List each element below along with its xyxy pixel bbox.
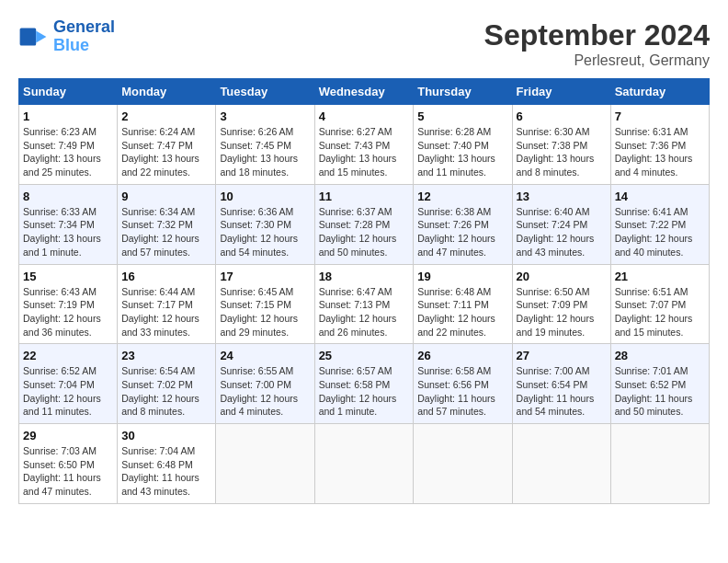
day-detail: Sunrise: 6:26 AMSunset: 7:45 PMDaylight:… xyxy=(220,125,310,179)
weekday-header-cell: Saturday xyxy=(610,79,709,105)
day-number: 2 xyxy=(121,109,211,123)
day-detail: Sunrise: 6:30 AMSunset: 7:38 PMDaylight:… xyxy=(517,125,607,179)
day-number: 30 xyxy=(121,429,211,442)
weekday-header-cell: Monday xyxy=(118,79,216,105)
day-number: 8 xyxy=(23,190,113,203)
calendar-week-row: 22 Sunrise: 6:52 AMSunset: 7:04 PMDaylig… xyxy=(19,344,710,424)
logo: General Blue xyxy=(18,18,115,55)
day-detail: Sunrise: 6:38 AMSunset: 7:26 PMDaylight:… xyxy=(417,205,507,259)
day-number: 15 xyxy=(23,270,113,283)
day-number: 29 xyxy=(23,429,113,442)
day-number: 10 xyxy=(220,190,310,203)
day-number: 23 xyxy=(121,349,211,362)
weekday-header-cell: Thursday xyxy=(414,79,512,105)
calendar-day-cell: 29 Sunrise: 7:03 AMSunset: 6:50 PMDaylig… xyxy=(19,424,118,504)
month-title: September 2024 xyxy=(484,18,710,52)
logo-line2: Blue xyxy=(53,36,89,54)
weekday-header-cell: Sunday xyxy=(19,79,118,105)
day-detail: Sunrise: 6:37 AMSunset: 7:28 PMDaylight:… xyxy=(319,205,410,259)
calendar-day-cell: 18 Sunrise: 6:47 AMSunset: 7:13 PMDaylig… xyxy=(314,264,414,344)
day-number: 24 xyxy=(220,349,310,362)
calendar-day-cell: 6 Sunrise: 6:30 AMSunset: 7:38 PMDayligh… xyxy=(512,105,610,185)
day-number: 7 xyxy=(615,109,705,123)
calendar-day-cell: 24 Sunrise: 6:55 AMSunset: 7:00 PMDaylig… xyxy=(216,344,314,424)
calendar-day-cell: 4 Sunrise: 6:27 AMSunset: 7:43 PMDayligh… xyxy=(314,105,414,185)
day-number: 28 xyxy=(615,349,705,362)
calendar-day-cell: 21 Sunrise: 6:51 AMSunset: 7:07 PMDaylig… xyxy=(610,264,709,344)
calendar-day-cell: 3 Sunrise: 6:26 AMSunset: 7:45 PMDayligh… xyxy=(216,105,314,185)
day-detail: Sunrise: 6:24 AMSunset: 7:47 PMDaylight:… xyxy=(121,125,211,179)
calendar-day-cell: 9 Sunrise: 6:34 AMSunset: 7:32 PMDayligh… xyxy=(118,184,216,264)
logo-icon xyxy=(18,22,48,52)
calendar-day-cell: 20 Sunrise: 6:50 AMSunset: 7:09 PMDaylig… xyxy=(512,264,610,344)
day-number: 1 xyxy=(23,109,113,123)
day-detail: Sunrise: 6:55 AMSunset: 7:00 PMDaylight:… xyxy=(220,364,310,419)
calendar-day-cell: 5 Sunrise: 6:28 AMSunset: 7:40 PMDayligh… xyxy=(414,105,512,185)
day-detail: Sunrise: 6:40 AMSunset: 7:24 PMDaylight:… xyxy=(517,205,607,259)
calendar-week-row: 29 Sunrise: 7:03 AMSunset: 6:50 PMDaylig… xyxy=(19,424,710,504)
svg-rect-0 xyxy=(20,28,37,45)
day-number: 14 xyxy=(615,190,705,203)
calendar-body: 1 Sunrise: 6:23 AMSunset: 7:49 PMDayligh… xyxy=(19,105,710,504)
calendar-day-cell xyxy=(512,424,610,504)
weekday-header-cell: Wednesday xyxy=(314,79,414,105)
day-detail: Sunrise: 6:27 AMSunset: 7:43 PMDaylight:… xyxy=(319,125,410,179)
day-detail: Sunrise: 6:50 AMSunset: 7:09 PMDaylight:… xyxy=(517,285,607,339)
calendar-week-row: 8 Sunrise: 6:33 AMSunset: 7:34 PMDayligh… xyxy=(19,184,710,264)
day-number: 9 xyxy=(121,190,211,203)
calendar-week-row: 15 Sunrise: 6:43 AMSunset: 7:19 PMDaylig… xyxy=(19,264,710,344)
calendar-day-cell: 17 Sunrise: 6:45 AMSunset: 7:15 PMDaylig… xyxy=(216,264,314,344)
svg-marker-1 xyxy=(36,30,46,42)
page-header: General Blue September 2024 Perlesreut, … xyxy=(18,18,710,69)
day-detail: Sunrise: 6:31 AMSunset: 7:36 PMDaylight:… xyxy=(615,125,705,179)
day-number: 25 xyxy=(319,349,410,362)
day-detail: Sunrise: 6:34 AMSunset: 7:32 PMDaylight:… xyxy=(121,205,211,259)
day-number: 18 xyxy=(319,270,410,283)
calendar-day-cell: 13 Sunrise: 6:40 AMSunset: 7:24 PMDaylig… xyxy=(512,184,610,264)
day-detail: Sunrise: 7:01 AMSunset: 6:52 PMDaylight:… xyxy=(615,364,705,419)
day-number: 16 xyxy=(121,270,211,283)
day-number: 3 xyxy=(220,109,310,123)
day-number: 27 xyxy=(517,349,607,362)
day-number: 20 xyxy=(517,270,607,283)
day-detail: Sunrise: 6:36 AMSunset: 7:30 PMDaylight:… xyxy=(220,205,310,259)
calendar-day-cell: 8 Sunrise: 6:33 AMSunset: 7:34 PMDayligh… xyxy=(19,184,118,264)
day-detail: Sunrise: 6:52 AMSunset: 7:04 PMDaylight:… xyxy=(23,364,113,419)
calendar-week-row: 1 Sunrise: 6:23 AMSunset: 7:49 PMDayligh… xyxy=(19,105,710,185)
day-number: 11 xyxy=(319,190,410,203)
calendar-day-cell: 16 Sunrise: 6:44 AMSunset: 7:17 PMDaylig… xyxy=(118,264,216,344)
calendar-day-cell xyxy=(610,424,709,504)
day-number: 21 xyxy=(615,270,705,283)
calendar-day-cell: 14 Sunrise: 6:41 AMSunset: 7:22 PMDaylig… xyxy=(610,184,709,264)
day-detail: Sunrise: 6:51 AMSunset: 7:07 PMDaylight:… xyxy=(615,285,705,339)
day-number: 13 xyxy=(517,190,607,203)
day-detail: Sunrise: 7:03 AMSunset: 6:50 PMDaylight:… xyxy=(23,444,113,499)
day-detail: Sunrise: 6:43 AMSunset: 7:19 PMDaylight:… xyxy=(23,285,113,339)
day-number: 4 xyxy=(319,109,410,123)
day-detail: Sunrise: 6:28 AMSunset: 7:40 PMDaylight:… xyxy=(417,125,507,179)
calendar-day-cell: 19 Sunrise: 6:48 AMSunset: 7:11 PMDaylig… xyxy=(414,264,512,344)
day-number: 6 xyxy=(517,109,607,123)
day-number: 5 xyxy=(417,109,507,123)
title-area: September 2024 Perlesreut, Germany xyxy=(484,18,710,69)
calendar-day-cell: 1 Sunrise: 6:23 AMSunset: 7:49 PMDayligh… xyxy=(19,105,118,185)
day-detail: Sunrise: 6:41 AMSunset: 7:22 PMDaylight:… xyxy=(615,205,705,259)
calendar-day-cell: 11 Sunrise: 6:37 AMSunset: 7:28 PMDaylig… xyxy=(314,184,414,264)
calendar-day-cell: 22 Sunrise: 6:52 AMSunset: 7:04 PMDaylig… xyxy=(19,344,118,424)
calendar-day-cell: 25 Sunrise: 6:57 AMSunset: 6:58 PMDaylig… xyxy=(314,344,414,424)
calendar-day-cell: 12 Sunrise: 6:38 AMSunset: 7:26 PMDaylig… xyxy=(414,184,512,264)
day-detail: Sunrise: 7:00 AMSunset: 6:54 PMDaylight:… xyxy=(517,364,607,419)
day-detail: Sunrise: 6:48 AMSunset: 7:11 PMDaylight:… xyxy=(417,285,507,339)
calendar-table: SundayMondayTuesdayWednesdayThursdayFrid… xyxy=(18,78,710,504)
calendar-day-cell: 2 Sunrise: 6:24 AMSunset: 7:47 PMDayligh… xyxy=(118,105,216,185)
calendar-day-cell: 27 Sunrise: 7:00 AMSunset: 6:54 PMDaylig… xyxy=(512,344,610,424)
calendar-day-cell xyxy=(414,424,512,504)
day-detail: Sunrise: 6:33 AMSunset: 7:34 PMDaylight:… xyxy=(23,205,113,259)
weekday-header-row: SundayMondayTuesdayWednesdayThursdayFrid… xyxy=(19,79,710,105)
day-detail: Sunrise: 6:58 AMSunset: 6:56 PMDaylight:… xyxy=(417,364,507,419)
day-number: 26 xyxy=(417,349,507,362)
logo-text: General Blue xyxy=(53,18,115,55)
day-number: 12 xyxy=(417,190,507,203)
calendar-day-cell: 10 Sunrise: 6:36 AMSunset: 7:30 PMDaylig… xyxy=(216,184,314,264)
day-number: 17 xyxy=(220,270,310,283)
